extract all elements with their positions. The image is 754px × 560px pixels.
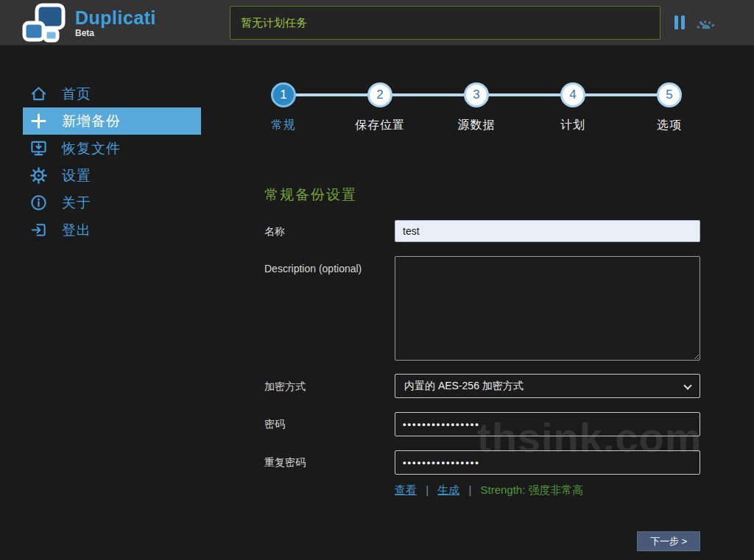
step-label-schedule[interactable]: 计划 [560,118,585,133]
plus-icon [29,113,47,130]
description-label: Description (optional) [264,263,362,274]
sidebar-item-settings[interactable]: 设置 [0,162,201,189]
password-input[interactable] [395,412,700,436]
sidebar-item-logout[interactable]: 登出 [0,216,201,244]
sidebar: 首页 新增备份 恢复文件 [0,80,221,244]
repeat-password-input[interactable] [395,450,700,475]
home-icon [29,85,47,103]
step-label-destination[interactable]: 保存位置 [355,118,405,133]
encryption-select[interactable]: 内置的 AES-256 加密方式 [395,374,700,398]
step-number: 4 [569,88,576,102]
app-logo[interactable]: Duplicati Beta [21,3,156,43]
wizard-step-3[interactable]: 3 [464,82,489,107]
sidebar-item-label: 设置 [62,166,91,185]
sidebar-item-about[interactable]: 关于 [0,189,201,216]
pause-icon [681,15,685,29]
app-title: Duplicati [75,8,156,27]
show-password-link[interactable]: 查看 [395,483,417,496]
description-textarea[interactable] [395,256,700,361]
generate-password-link[interactable]: 生成 [437,483,459,496]
restore-icon [29,140,47,157]
chevron-down-icon [683,381,691,389]
name-label: 名称 [264,225,285,238]
wizard-step-5[interactable]: 5 [657,82,682,107]
step-label-options[interactable]: 选项 [657,118,682,133]
scheduler-status-box[interactable]: 暂无计划任务 [230,6,660,40]
wizard-step-2[interactable]: 2 [367,82,392,107]
form-heading: 常规备份设置 [264,185,357,205]
sidebar-item-label: 恢复文件 [62,139,121,158]
separator: | [468,483,471,496]
repeat-password-label: 重复密码 [264,456,306,469]
wizard-step-1[interactable]: 1 [271,82,296,107]
sidebar-item-restore[interactable]: 恢复文件 [0,135,201,162]
step-label-source[interactable]: 源数据 [458,118,496,133]
logout-icon [29,221,47,239]
wizard-step-4[interactable]: 4 [560,82,585,107]
step-number: 5 [666,88,672,102]
scheduler-status-text: 暂无计划任务 [241,16,307,30]
password-tools-row: 查看 | 生成 | Strength: 强度非常高 [395,483,584,497]
pause-button[interactable] [674,15,689,30]
encryption-label: 加密方式 [264,380,306,394]
throttle-gauge-icon[interactable] [695,15,717,32]
step-number: 1 [280,88,286,102]
sidebar-item-home[interactable]: 首页 [0,80,201,107]
app-tagline: Beta [75,28,156,38]
step-number: 3 [473,88,479,102]
backup-name-input[interactable] [395,220,700,242]
next-button[interactable]: 下一步 > [637,531,700,551]
sidebar-item-label: 关于 [62,194,91,213]
step-label-general[interactable]: 常规 [271,118,296,133]
sidebar-item-add-backup[interactable]: 新增备份 [23,107,201,135]
password-strength-text: Strength: 强度非常高 [481,483,584,496]
info-icon [29,194,47,212]
sidebar-item-label: 登出 [62,221,91,240]
separator: | [426,483,429,496]
main-area: 首页 新增备份 恢复文件 [0,46,754,560]
topbar: Duplicati Beta 暂无计划任务 [0,0,754,46]
password-label: 密码 [264,418,285,431]
encryption-selected-value: 内置的 AES-256 加密方式 [404,380,524,393]
pause-icon [674,15,678,29]
gear-icon [29,167,47,185]
duplicati-logo-icon [21,3,69,43]
step-number: 2 [376,88,383,102]
sidebar-item-label: 新增备份 [62,112,121,131]
sidebar-item-label: 首页 [62,85,91,104]
